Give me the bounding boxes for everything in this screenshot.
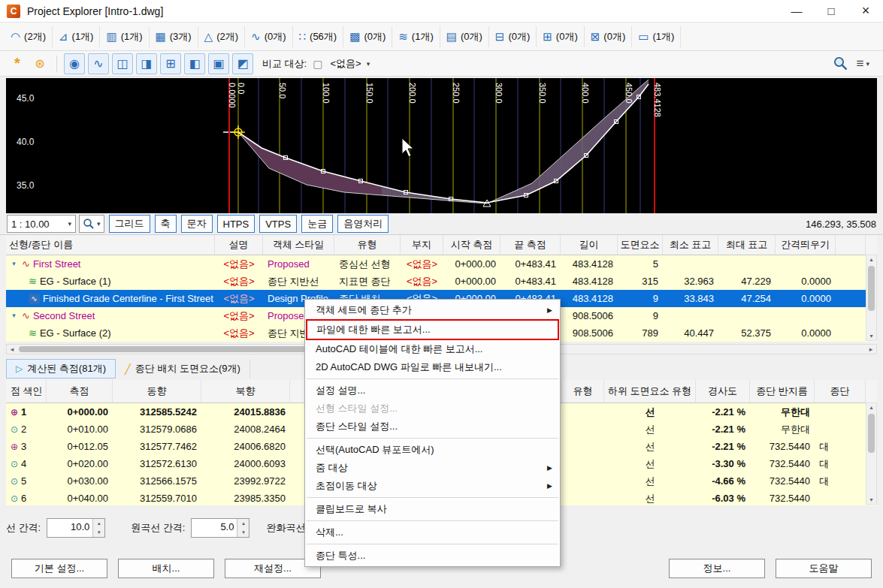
col-description[interactable]: 설명 [215,235,263,255]
menu-item-select-in-viewport[interactable]: 선택(AutoCAD 뷰포트에서) [305,441,560,459]
toggle-text[interactable]: 문자 [181,215,213,233]
menu-item-delete[interactable]: 삭제... [305,523,560,541]
profile-tool-2-icon[interactable]: ∿ [88,53,109,74]
toggle-htps[interactable]: HTPS [217,215,256,233]
toggle-shading[interactable]: 음영처리 [337,215,389,233]
table1-vscrollbar[interactable]: ▴ ▾ [866,255,877,341]
default-settings-button[interactable]: 기본 설정... [11,559,107,578]
col-subentity-type[interactable]: 하위 도면요소 유형 [604,380,696,403]
expander-icon[interactable]: ▾ [9,255,19,273]
tab-assemblies[interactable]: ⊠(0개) [585,26,632,47]
new-report-page-icon[interactable]: ⊛ [30,54,50,74]
profile-tool-3-icon[interactable]: ◫ [112,53,133,74]
table2-vscrollbar[interactable]: ▴ ▾ [866,403,877,505]
col-easting[interactable]: 동향 [113,380,201,403]
col-length[interactable]: 길이 [561,235,618,255]
profile-tool-4-icon[interactable]: ◨ [136,53,157,74]
menu-item-add-to-object-set[interactable]: 객체 세트에 종단 추가 ▶ [305,301,560,319]
view-options-dropdown[interactable]: ≡ ▾ [857,56,869,71]
help-button[interactable]: 도움말 [776,559,872,578]
tab-profile-entities[interactable]: ╱ 종단 배치 도면요소(9개) [116,359,250,378]
tab-sites[interactable]: ▤(0개) [440,26,489,47]
compare-target-dropdown[interactable]: <없음> ▾ [325,56,374,72]
table-row[interactable]: ▾∿First Street <없음> Proposed 중심선 선형 <없음>… [6,255,877,273]
profile-tool-1-icon[interactable]: ◉ [64,53,85,74]
maximize-button[interactable]: □ [814,0,848,23]
line-gap-stepper[interactable]: 10.0 ▴ ▾ [47,518,105,538]
tab-parcels[interactable]: ⊞(0개) [537,26,584,47]
menu-item-pan-to[interactable]: 초점이동 대상 ▶ [305,477,560,495]
stepper-down-icon[interactable]: ▾ [93,528,104,537]
line-gap-value[interactable]: 10.0 [47,519,92,537]
tab-blocks[interactable]: ▭(1개) [632,26,681,47]
col-object-style[interactable]: 객체 스타일 [263,235,334,255]
tab-pipe-networks[interactable]: ∿(0개) [245,26,292,47]
layout-button[interactable]: 배치... [118,559,214,578]
info-button[interactable]: 정보... [669,559,765,578]
menu-item-settings-description[interactable]: 설정 설명... [305,381,560,400]
close-button[interactable]: × [848,0,883,23]
stepper-up-icon[interactable]: ▴ [237,519,249,528]
menu-item-quick-report-file[interactable]: 파일에 대한 빠른 보고서... [306,319,559,340]
col-point-index[interactable]: 점 색인 [6,380,47,403]
scroll-left-icon[interactable]: ◂ [7,345,17,354]
col-max-elevation[interactable]: 최대 표고 [718,235,776,255]
toggle-axis[interactable]: 축 [155,215,177,233]
col-end-station[interactable]: 끝 측점 [500,235,561,255]
curve-gap-stepper[interactable]: 5.0 ▴ ▾ [191,518,249,538]
stepper-down-icon[interactable]: ▾ [237,528,249,537]
tab-alignments[interactable]: ◠(2개) [5,26,53,47]
col-profile-clipped[interactable]: 종단 [815,380,866,403]
table-row[interactable]: ≋EG - Surface (1) <없음> 종단 지반선 지표면 종단 <없음… [6,273,877,290]
tab-pressure-networks[interactable]: ⊟(0개) [489,26,537,47]
col-grade[interactable]: 경사도 [696,380,750,403]
scrollbar-thumb[interactable] [868,414,875,453]
scroll-down-icon[interactable]: ▾ [866,496,876,503]
search-icon[interactable] [833,56,849,72]
tab-surfaces[interactable]: △(2개) [198,26,245,47]
tab-computed-stations[interactable]: ▷ 계산된 측점(81개) [6,359,116,378]
toggle-ticks[interactable]: 눈금 [301,215,333,233]
create-report-icon[interactable]: * [8,54,27,74]
scroll-down-icon[interactable]: ▾ [866,333,876,339]
scroll-up-icon[interactable]: ▴ [866,404,876,411]
toggle-vtps[interactable]: VTPS [259,215,297,233]
tab-feature-lines[interactable]: ≋(1개) [392,26,440,47]
menu-item-copy-to-clipboard[interactable]: 클립보드로 복사 [305,500,560,518]
tab-sample-lines[interactable]: ▥(1개) [100,26,149,47]
col-type[interactable]: 유형 [334,235,401,255]
col-northing[interactable]: 북향 [201,380,290,403]
scroll-right-icon[interactable]: ▸ [866,345,876,354]
toggle-grid[interactable]: 그리드 [109,215,150,233]
tab-points[interactable]: ∷(56개) [293,26,344,47]
menu-item-profile-properties[interactable]: 종단 특성... [305,547,560,565]
zoom-tool-button[interactable]: ▾ [79,215,104,233]
profile-tool-7-icon[interactable]: ▣ [208,53,229,74]
minimize-button[interactable]: — [779,0,814,23]
col-start-station[interactable]: 시작 측점 [443,235,500,255]
col-offset[interactable]: 간격띄우기 [776,235,836,255]
curve-gap-value[interactable]: 5.0 [192,519,237,537]
menu-item-zoom-to[interactable]: 줌 대상 ▶ [305,459,560,477]
col-type[interactable]: 유형 [562,380,604,403]
col-profile-radius[interactable]: 종단 반지름 [750,380,815,403]
col-site[interactable]: 부지 [401,235,443,255]
menu-item-quick-report-autocad-table[interactable]: AutoCAD 테이블에 대한 빠른 보고서... [305,340,560,358]
col-entities[interactable]: 도면요소 [618,235,663,255]
scroll-up-icon[interactable]: ▴ [866,256,876,263]
tab-corridors[interactable]: ▦(3개) [150,26,198,47]
col-station[interactable]: 측점 [47,380,113,403]
scrollbar-thumb[interactable] [868,266,875,311]
profile-tool-8-icon[interactable]: ◩ [232,53,253,74]
tab-profiles[interactable]: ⊿(1개) [53,26,100,47]
menu-item-quick-export-2d-dwg[interactable]: 2D AutoCAD DWG 파일로 빠른 내보내기... [305,358,560,376]
profile-tool-5-icon[interactable]: ⊞ [160,53,181,74]
profile-view-chart[interactable]: 45.0 40.0 35.0 0.0000 0.0 50.0 100.0 150… [6,78,877,213]
col-name[interactable]: 선형/종단 이름 [6,235,215,255]
col-min-elevation[interactable]: 최소 표고 [663,235,718,255]
expander-icon[interactable]: ▾ [9,307,19,324]
menu-item-profile-style-settings[interactable]: 종단 스타일 설정... [305,418,560,436]
stepper-up-icon[interactable]: ▴ [93,519,104,528]
scale-dropdown[interactable]: 1 : 10.00 ▾ [7,215,76,233]
profile-tool-6-icon[interactable]: ◧ [184,53,205,74]
